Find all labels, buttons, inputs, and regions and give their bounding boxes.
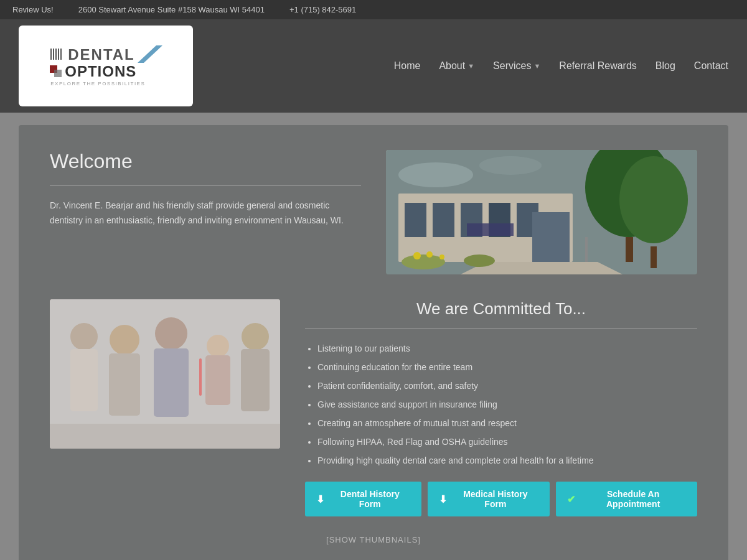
svg-point-27: [439, 254, 444, 259]
logo-square-icon: [49, 65, 63, 78]
logo-dental-text: DENTAL: [68, 46, 135, 63]
nav-home[interactable]: Home: [394, 60, 421, 72]
committed-divider: [305, 328, 697, 329]
building-image-column: [386, 150, 697, 274]
welcome-divider: [50, 185, 361, 186]
svg-rect-29: [585, 237, 588, 262]
checkmark-icon: ✔: [567, 493, 575, 505]
header: DENTAL OPTIONS EXPLORE THE POSSIBILITIES…: [0, 19, 747, 113]
svg-rect-7: [54, 70, 62, 77]
bottom-section: We are Committed To... Listening to our …: [50, 299, 697, 516]
list-item: Providing high quality dental care and c…: [317, 452, 697, 469]
nav-contact[interactable]: Contact: [694, 60, 728, 72]
svg-rect-0: [50, 49, 52, 60]
welcome-title: Welcome: [50, 150, 361, 173]
svg-rect-3: [58, 49, 59, 60]
svg-rect-44: [50, 299, 280, 449]
svg-rect-4: [60, 49, 62, 60]
svg-rect-1: [53, 49, 54, 60]
family-image: [50, 299, 280, 449]
committed-title: We are Committed To...: [305, 299, 697, 319]
top-bar: Review Us! 2600 Stewart Avenue Suite #15…: [0, 0, 747, 19]
committed-list: Listening to our patients Continuing edu…: [305, 340, 697, 469]
list-item: Patient confidentiality, comfort, and sa…: [317, 377, 697, 394]
schedule-appointment-button[interactable]: ✔ Schedule An Appointment: [556, 482, 697, 516]
svg-rect-21: [626, 237, 633, 262]
list-item: Listening to our patients: [317, 340, 697, 357]
main-content: Welcome Dr. Vincent E. Bearjar and his f…: [0, 113, 747, 560]
download-icon-1: ⬇: [316, 493, 324, 505]
svg-point-25: [413, 252, 421, 259]
logo-box[interactable]: DENTAL OPTIONS EXPLORE THE POSSIBILITIES: [19, 26, 193, 106]
download-icon-2: ⬇: [439, 493, 447, 505]
services-chevron-icon: ▼: [533, 62, 540, 70]
main-nav: Home About ▼ Services ▼ Referral Rewards…: [193, 60, 728, 72]
logo-shape-icon: [138, 45, 162, 64]
svg-point-24: [464, 254, 495, 267]
svg-marker-5: [138, 45, 162, 63]
logo-tagline: EXPLORE THE POSSIBILITIES: [50, 81, 162, 86]
committed-section: We are Committed To... Listening to our …: [305, 299, 697, 516]
svg-point-23: [402, 254, 445, 269]
nav-referral[interactable]: Referral Rewards: [559, 60, 636, 72]
top-section: Welcome Dr. Vincent E. Bearjar and his f…: [50, 150, 697, 274]
family-svg: [50, 299, 280, 449]
content-box: Welcome Dr. Vincent E. Bearjar and his f…: [19, 125, 728, 560]
nav-blog[interactable]: Blog: [655, 60, 675, 72]
dental-history-button[interactable]: ⬇ Dental History Form: [305, 482, 421, 516]
list-item: Creating an atmosphere of mutual trust a…: [317, 414, 697, 432]
svg-rect-12: [405, 203, 426, 237]
list-item: Following HIPAA, Red Flag and OSHA guide…: [317, 433, 697, 450]
show-thumbnails-link[interactable]: [SHOW THUMBNAILS]: [50, 535, 697, 544]
list-item: Continuing education for the entire team: [317, 358, 697, 376]
nav-services[interactable]: Services ▼: [493, 60, 540, 72]
logo: DENTAL OPTIONS EXPLORE THE POSSIBILITIES: [46, 42, 166, 90]
buttons-row: ⬇ Dental History Form ⬇ Medical History …: [305, 482, 697, 516]
address-text: 2600 Stewart Avenue Suite #158 Wausau WI…: [78, 5, 265, 14]
svg-rect-13: [433, 203, 454, 237]
svg-rect-28: [467, 223, 514, 236]
svg-rect-17: [532, 212, 570, 262]
logo-lines-icon: [49, 46, 67, 63]
building-svg: [386, 150, 697, 274]
svg-rect-2: [55, 49, 57, 60]
svg-point-20: [619, 156, 688, 243]
svg-point-9: [398, 162, 473, 187]
svg-point-10: [479, 156, 542, 175]
medical-history-button[interactable]: ⬇ Medical History Form: [428, 482, 550, 516]
list-item: Give assistance and support in insurance…: [317, 396, 697, 413]
welcome-column: Welcome Dr. Vincent E. Bearjar and his f…: [50, 150, 361, 274]
building-image: [386, 150, 697, 274]
review-link[interactable]: Review Us!: [12, 5, 54, 14]
about-chevron-icon: ▼: [467, 62, 474, 70]
welcome-text: Dr. Vincent E. Bearjar and his friendly …: [50, 198, 361, 228]
svg-point-26: [426, 251, 433, 258]
logo-options-text: OPTIONS: [65, 63, 136, 80]
phone-text: +1 (715) 842-5691: [289, 5, 356, 14]
svg-rect-22: [651, 246, 657, 268]
nav-about[interactable]: About ▼: [439, 60, 474, 72]
